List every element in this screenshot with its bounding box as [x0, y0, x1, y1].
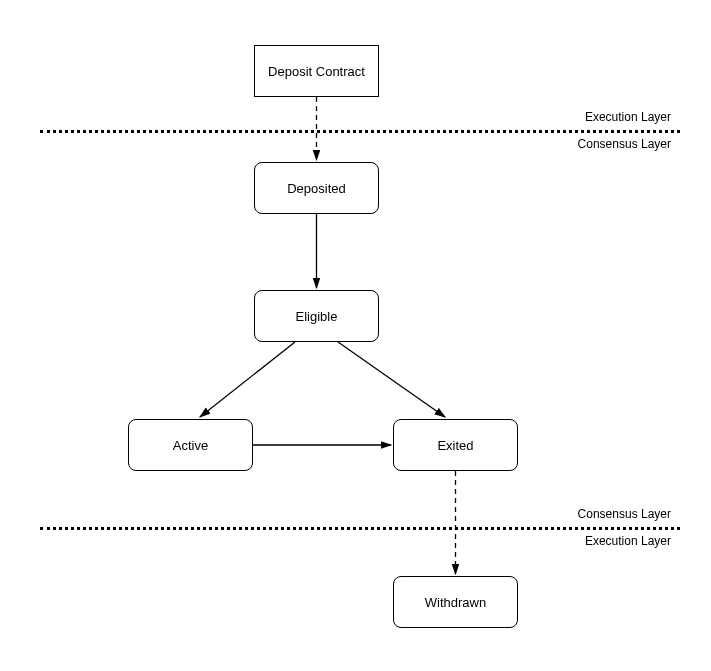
- diagram-canvas: Deposit Contract Deposited Eligible Acti…: [0, 0, 711, 671]
- layer-label-cons-lower: Consensus Layer: [578, 507, 671, 521]
- node-label: Deposited: [287, 181, 346, 196]
- node-active: Active: [128, 419, 253, 471]
- layer-label-exec-lower: Execution Layer: [585, 534, 671, 548]
- node-label: Active: [173, 438, 208, 453]
- edge-eligible-exited: [338, 342, 445, 417]
- node-deposit-contract: Deposit Contract: [254, 45, 379, 97]
- node-withdrawn: Withdrawn: [393, 576, 518, 628]
- edge-eligible-active: [200, 342, 295, 417]
- node-label: Deposit Contract: [268, 64, 365, 79]
- layer-label-cons-upper: Consensus Layer: [578, 137, 671, 151]
- layer-label-exec-upper: Execution Layer: [585, 110, 671, 124]
- node-exited: Exited: [393, 419, 518, 471]
- node-label: Exited: [437, 438, 473, 453]
- node-label: Withdrawn: [425, 595, 486, 610]
- node-label: Eligible: [296, 309, 338, 324]
- node-deposited: Deposited: [254, 162, 379, 214]
- layer-divider-upper: [40, 130, 680, 133]
- layer-divider-lower: [40, 527, 680, 530]
- node-eligible: Eligible: [254, 290, 379, 342]
